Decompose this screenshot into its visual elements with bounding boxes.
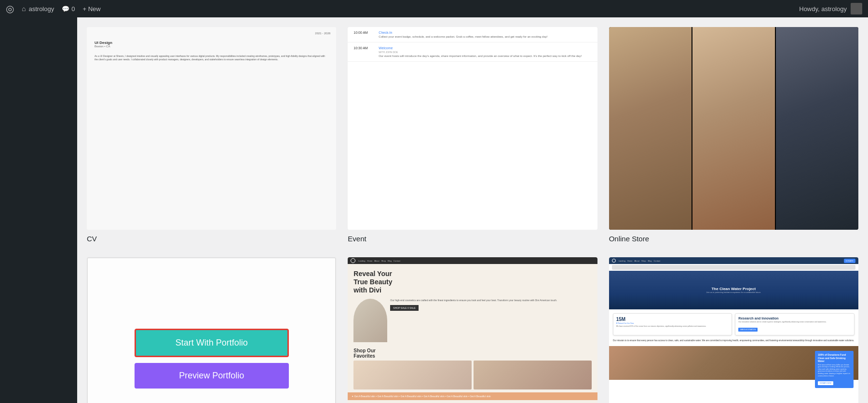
beauty-preview: Landing Home About Shop Blog Contact Rev… (348, 257, 597, 403)
site-name-link[interactable]: ⌂ astrology (22, 5, 54, 13)
event-time-2: 10:30 AM (353, 46, 373, 57)
cv-header-bar: 2021 - 2026 (91, 31, 332, 36)
howdy-text: Howdy, astrology (799, 5, 847, 13)
event-desc-2: WITH JOHN DOE (379, 51, 582, 54)
beauty-shop-button[interactable]: SHOP SALE 0 SALE (390, 305, 419, 311)
np-hero-subtitle: Join us in protecting habitat ecosystems… (706, 291, 761, 293)
template-card-event[interactable]: 10:00 AM Check-In Collect your event bad… (348, 27, 597, 230)
np-overlay-desc: Rest assured that every dollar you donat… (818, 364, 851, 377)
np-stat-card-2: Research and Innovation Our innovative s… (735, 313, 854, 335)
beauty-ticker-text: ✦ Get A Beautiful skin • Get A Beautiful… (352, 395, 490, 398)
np-make-donation-button[interactable]: MAKE A DONATION (738, 328, 758, 332)
np-overlay-title: 100% of Donations Fund Clean and Safe Dr… (818, 353, 851, 363)
home-icon: ⌂ (22, 5, 26, 13)
np-stat-desc-1: We have received 15% of the ocean from o… (616, 325, 729, 328)
np-donate-nav-button[interactable]: DONATE (844, 259, 855, 263)
start-with-portfolio-button[interactable]: Start With Portfolio (135, 329, 289, 357)
np-stat-label-1: $ Raised for the Sea (616, 322, 729, 324)
event-row-1: 10:00 AM Check-In Collect your event bad… (348, 27, 597, 42)
template-item-cv: 2021 - 2026 UI Design Boston • CA As a U… (87, 27, 336, 243)
event-time-1: 10:00 AM (353, 31, 373, 38)
np-hero: The Clean Water Project Join us in prote… (609, 271, 858, 309)
store-image-2 (692, 27, 775, 230)
online-store-label: Online Store (609, 235, 858, 243)
beauty-prod-image-1 (353, 361, 472, 389)
np-nav-link-6: Contact (653, 260, 660, 262)
nonprofit-preview: Landing Home About Shop Blog Contact DON… (609, 257, 858, 403)
event-preview-inner: 10:00 AM Check-In Collect your event bad… (348, 27, 597, 230)
store-preview (609, 27, 858, 230)
np-body-text: Our mission is to ensure that every pers… (609, 335, 858, 347)
beauty-prod-1 (353, 361, 472, 389)
beauty-product-info: Our high-end cosmetics are crafted with … (390, 299, 591, 342)
comments-link[interactable]: 💬 0 (62, 5, 75, 13)
comments-count: 0 (71, 5, 75, 13)
template-card-beauty[interactable]: Landing Home About Shop Blog Contact Rev… (348, 257, 597, 403)
portfolio-overlay: Start With Portfolio Preview Portfolio (88, 258, 335, 403)
beauty-nav-link-3: About (374, 260, 379, 262)
beauty-product-desc: Our high-end cosmetics are crafted with … (390, 299, 591, 302)
np-nav-link-1: Landing (619, 260, 625, 262)
comment-bubble-icon: 💬 (62, 5, 69, 13)
template-grid: 2021 - 2026 UI Design Boston • CA As a U… (87, 27, 858, 403)
event-detail-1: Check-In Collect your event badge, sched… (379, 31, 547, 38)
event-desc-1: Collect your event badge, schedule, and … (379, 35, 547, 38)
np-image-area: 100% of Donations Fund Clean and Safe Dr… (609, 346, 858, 380)
event-detail-2: Welcome WITH JOHN DOE Our event hosts wi… (379, 46, 582, 57)
beauty-headline: Reveal YourTrue Beautywith Divi (353, 270, 591, 294)
np-nav-link-5: Blog (648, 260, 651, 262)
store-image-1 (609, 27, 692, 230)
np-nav-links: Landing Home About Shop Blog Contact (619, 260, 841, 262)
template-card-non-profit[interactable]: Landing Home About Shop Blog Contact DON… (609, 257, 858, 403)
beauty-preview-inner: Landing Home About Shop Blog Contact Rev… (348, 257, 597, 403)
admin-bar-right: Howdy, astrology (799, 3, 862, 14)
new-content-link[interactable]: + New (82, 5, 100, 13)
np-stats: 15M $ Raised for the Sea We have receive… (609, 309, 858, 335)
template-item-event: 10:00 AM Check-In Collect your event bad… (348, 27, 597, 243)
cv-location: Boston • CA (95, 45, 328, 48)
event-row-2: 10:30 AM Welcome WITH JOHN DOE Our event… (348, 42, 597, 62)
template-card-portfolio[interactable]: Start With Portfolio Preview Portfolio (87, 257, 336, 403)
beauty-nav-link-2: Home (367, 260, 373, 262)
beauty-hero-text: Reveal YourTrue Beautywith Divi (348, 264, 597, 296)
beauty-nav-link-4: Shop (381, 260, 386, 262)
event-desc-2b: Our event hosts will introduce the day's… (379, 55, 582, 57)
np-nav: Landing Home About Shop Blog Contact DON… (609, 257, 858, 264)
np-nav-link-4: Shop (641, 260, 646, 262)
np-stat-desc-2: Our innovative solutions aim to create s… (738, 321, 851, 323)
event-label: Event (348, 235, 597, 243)
user-avatar[interactable] (851, 3, 862, 14)
beauty-nav: Landing Home About Shop Blog Contact (348, 257, 597, 264)
np-nav-link-3: About (635, 260, 639, 262)
cv-label: CV (87, 235, 336, 243)
np-donate-overlay-button[interactable]: DONATE NOW (818, 381, 833, 385)
cv-title-block: UI Design Boston • CA (91, 39, 332, 50)
event-name-2: Welcome (379, 46, 582, 50)
beauty-logo-icon (351, 258, 355, 263)
np-overlay-card: 100% of Donations Fund Clean and Safe Dr… (815, 351, 854, 388)
np-nav-link-2: Home (627, 260, 633, 262)
template-item-non-profit: Landing Home About Shop Blog Contact DON… (609, 257, 858, 403)
template-card-cv[interactable]: 2021 - 2026 UI Design Boston • CA As a U… (87, 27, 336, 230)
np-logo-icon (612, 259, 616, 263)
beauty-nav-link-1: Landing (358, 260, 365, 262)
cv-preview-inner: 2021 - 2026 UI Design Boston • CA As a U… (87, 27, 336, 230)
admin-bar: ◎ ⌂ astrology 💬 0 + New Howdy, astrology (0, 0, 868, 17)
beauty-nav-link-6: Contact (393, 260, 400, 262)
event-name-1: Check-In (379, 31, 547, 34)
main-content: 2021 - 2026 UI Design Boston • CA As a U… (0, 17, 868, 403)
np-stat-num-1: 15M (616, 317, 729, 322)
template-card-online-store[interactable] (609, 27, 858, 230)
beauty-products-grid (348, 361, 597, 389)
wordpress-logo-icon[interactable]: ◎ (6, 3, 14, 14)
event-preview: 10:00 AM Check-In Collect your event bad… (348, 27, 597, 230)
cv-job-title: UI Design (95, 41, 328, 45)
preview-portfolio-button[interactable]: Preview Portfolio (135, 363, 289, 389)
template-item-online-store: Online Store (609, 27, 858, 243)
nonprofit-preview-inner: Landing Home About Shop Blog Contact DON… (609, 257, 858, 403)
beauty-nav-link-5: Blog (388, 260, 392, 262)
cv-body-text: As a UI Designer at Sheers, I designed i… (91, 53, 332, 63)
beauty-prod-image-2 (474, 361, 592, 389)
np-hero-title: The Clean Water Project (706, 287, 761, 291)
site-name-text: astrology (28, 5, 54, 13)
